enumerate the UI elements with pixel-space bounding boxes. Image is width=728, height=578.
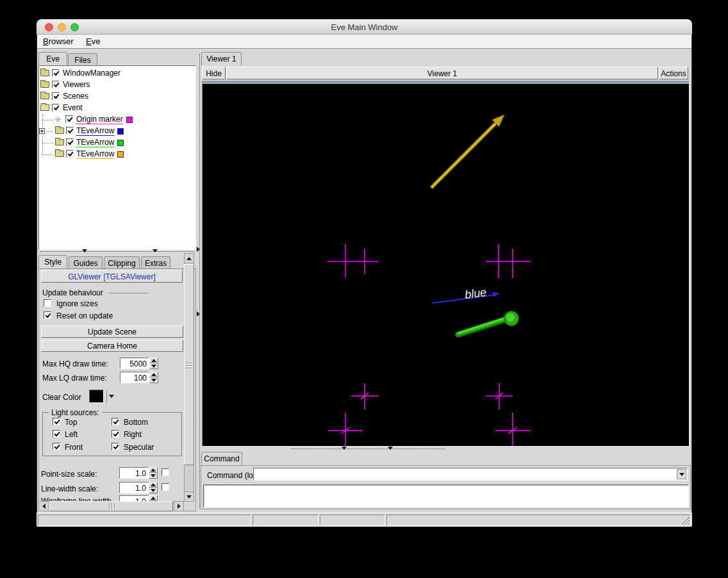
scrollbar-thumb[interactable] [49,501,173,511]
tab-guides[interactable]: Guides [69,256,103,268]
scroll-up-icon[interactable] [184,253,194,263]
light-right-checkbox[interactable] [112,430,119,438]
tab-command[interactable]: Command [201,452,242,465]
tab-viewer-1[interactable]: Viewer 1 [201,52,242,65]
tree-item-label[interactable]: WindowManager [63,69,120,78]
tree-row-event[interactable]: Event [38,103,195,114]
point-size-checkbox[interactable] [161,468,169,476]
panel-splitter-handle[interactable] [199,54,200,509]
tree-checkbox[interactable] [52,92,60,100]
clear-color-dropdown[interactable] [106,390,116,403]
tree-row-origin-marker[interactable]: Origin marker [38,114,195,126]
update-scene-button[interactable]: Update Scene [41,326,183,338]
spinner-down-icon[interactable] [149,363,158,369]
scroll-left-icon[interactable] [38,501,49,511]
tab-clipping[interactable]: Clipping [104,256,140,268]
light-front-checkbox[interactable] [53,443,60,450]
light-bottom-checkbox[interactable] [112,418,119,425]
expand-icon[interactable] [39,128,45,134]
ignore-sizes-checkbox[interactable] [44,299,51,307]
command-input[interactable] [253,468,688,481]
line-width-entry[interactable]: 1.0 [119,482,149,493]
tree-checkbox[interactable] [52,104,60,111]
tab-files[interactable]: Files [68,53,97,65]
tree-row-viewers[interactable]: Viewers [38,79,195,91]
hide-button[interactable]: Hide [202,67,226,79]
tab-extras[interactable]: Extras [141,256,170,268]
folder-icon [55,151,64,157]
tree-item-label[interactable]: TEveArrow [76,126,114,136]
tree-checkbox[interactable] [65,115,73,123]
color-chip[interactable] [117,128,124,135]
update-behaviour-heading: Update behaviour [42,288,103,297]
color-chip[interactable] [126,117,133,123]
tree-row-tevearrow-blue[interactable]: TEveArrow [38,126,195,137]
gl-viewport[interactable]: blue [202,81,690,447]
spinner-up-icon[interactable] [149,467,158,473]
folder-icon [40,81,49,88]
blue-arrow-label: blue [464,286,487,301]
screen: Eve Main Window Browser Eve Eve Files Wi… [0,0,728,578]
yellow-arrow[interactable] [431,115,504,188]
max-lq-entry[interactable]: 100 [120,372,149,383]
title-bar[interactable]: Eve Main Window [37,19,692,35]
command-input-field[interactable] [254,469,676,479]
spinner-down-icon[interactable] [149,488,158,493]
spinner-down-icon[interactable] [149,377,158,383]
menu-item-browser[interactable]: Browser [43,37,74,46]
light-front-label: Front [65,443,83,452]
tree-item-label[interactable]: Viewers [63,80,90,90]
tab-style[interactable]: Style [38,255,67,268]
line-width-checkbox[interactable] [161,483,169,491]
tree-row-tevearrow-green[interactable]: TEveArrow [38,137,195,149]
tree-item-label[interactable]: Event [63,103,83,113]
scrollbar-thumb[interactable] [184,264,194,465]
tree-checkbox[interactable] [52,81,60,88]
tree-row-scenes[interactable]: Scenes [38,91,195,103]
color-chip[interactable] [117,140,124,146]
tree-item-label[interactable]: TEveArrow [76,138,114,147]
point-size-entry[interactable]: 1.0 [119,467,149,479]
tree-checkbox[interactable] [66,127,74,135]
tree-item-label[interactable]: TEveArrow [76,149,114,159]
splitter-arrow-icon [197,247,200,252]
gl-scene[interactable]: blue [203,84,689,446]
spinner-up-icon[interactable] [149,372,158,377]
light-left-checkbox[interactable] [53,430,60,438]
menu-item-eve[interactable]: Eve [86,37,100,46]
spinner-up-icon[interactable] [149,495,158,501]
scroll-down-icon[interactable] [184,491,194,502]
wireframe-entry[interactable]: 1.0 [119,495,149,501]
tab-eve[interactable]: Eve [38,52,67,65]
spinner-up-icon[interactable] [149,358,158,363]
chevron-down-icon [109,395,114,398]
tree-row-tevearrow-yellow[interactable]: TEveArrow [38,149,195,160]
light-top-checkbox[interactable] [53,418,60,425]
tree-row-windowmanager[interactable]: WindowManager [38,68,195,79]
tree-checkbox[interactable] [52,69,60,77]
viewer-title-bar[interactable]: Viewer 1 [226,67,658,79]
command-output[interactable] [203,484,689,508]
reset-on-update-checkbox[interactable] [44,311,51,319]
spinner-down-icon[interactable] [149,473,158,479]
menu-bar: Browser Eve [37,35,691,49]
color-chip[interactable] [117,151,124,158]
green-arrow[interactable] [458,311,519,335]
splitter-handle[interactable] [40,251,195,252]
tree-checkbox[interactable] [66,138,74,146]
light-specular-checkbox[interactable] [112,443,119,450]
clear-color-swatch[interactable] [89,390,104,403]
glviewer-button[interactable]: GLViewer [TGLSAViewer] [41,270,183,283]
max-hq-entry[interactable]: 5000 [120,358,149,369]
camera-home-button[interactable]: Camera Home [41,340,183,352]
tree-item-label[interactable]: Origin marker [76,115,123,124]
tree-checkbox[interactable] [66,150,74,158]
command-dropdown[interactable] [677,469,686,479]
scroll-right-icon[interactable] [174,501,184,511]
resize-grip-icon[interactable] [680,515,690,525]
actions-button[interactable]: Actions [659,67,688,79]
spinner-up-icon[interactable] [149,482,158,488]
line-width-label: Line-width scale: [41,484,98,493]
tree-item-label[interactable]: Scenes [63,92,88,101]
splitter-handle[interactable] [292,449,445,449]
